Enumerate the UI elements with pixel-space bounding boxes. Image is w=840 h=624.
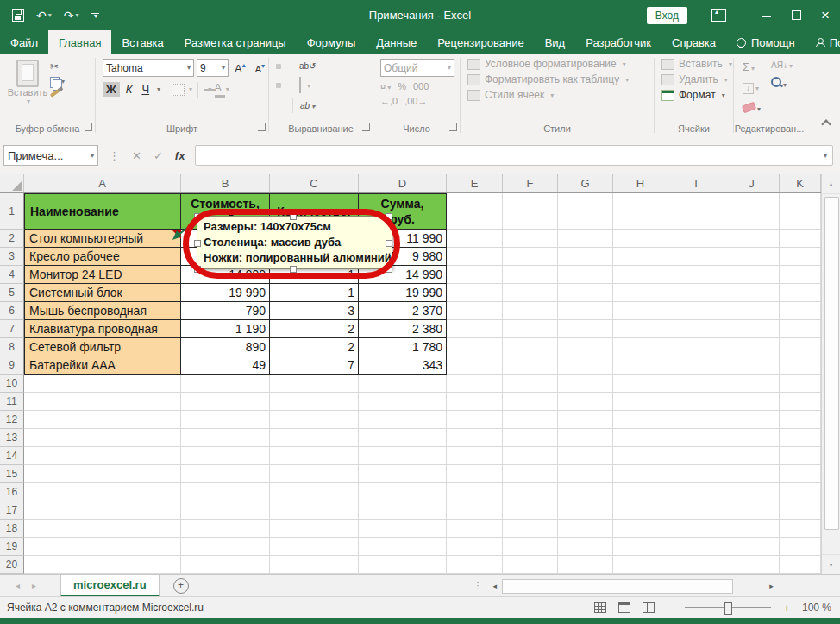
cell-C14[interactable] (270, 447, 359, 465)
cell-J15[interactable] (724, 465, 780, 483)
login-button[interactable]: Вход (647, 7, 687, 24)
cell-H8[interactable] (613, 338, 668, 356)
cell-K15[interactable] (780, 465, 821, 483)
cell-A16[interactable] (24, 483, 181, 501)
cell-F17[interactable] (503, 501, 558, 520)
cell-F8[interactable] (503, 338, 558, 356)
font-name-combo[interactable]: Tahoma▾ (103, 59, 194, 77)
tab-Рецензирование[interactable]: Рецензирование (427, 30, 534, 54)
cell-E16[interactable] (447, 483, 503, 501)
formula-input[interactable]: ▾ (195, 145, 833, 166)
cell-J16[interactable] (724, 483, 780, 501)
cell-K3[interactable] (780, 248, 821, 266)
cell-K5[interactable] (780, 284, 821, 302)
cell-K7[interactable] (780, 320, 821, 338)
cell-styles-button[interactable]: Стили ячеек▾ (467, 89, 654, 101)
cell-I14[interactable] (668, 447, 724, 465)
cell-I11[interactable] (668, 393, 724, 411)
cell-I3[interactable] (668, 248, 724, 266)
cell-G17[interactable] (558, 501, 613, 520)
cell-C9[interactable]: 7 (270, 356, 359, 375)
cell-C10[interactable] (270, 375, 359, 393)
cell-E11[interactable] (447, 393, 503, 411)
tab-Разработчик[interactable]: Разработчик (575, 30, 661, 54)
cell-J11[interactable] (724, 393, 780, 411)
redo-button[interactable]: ↷▾ (64, 9, 79, 22)
cell-H3[interactable] (613, 248, 668, 266)
cell-F4[interactable] (503, 266, 558, 284)
cell-H10[interactable] (613, 375, 668, 393)
clear-button[interactable]: ▾ (743, 99, 761, 115)
sheet-nav-right-icon[interactable]: ▸ (32, 581, 36, 590)
cell-E18[interactable] (447, 520, 503, 538)
cell-C16[interactable] (270, 483, 359, 501)
cell-J7[interactable] (724, 320, 780, 338)
cell-I16[interactable] (668, 483, 724, 501)
cell-B9[interactable]: 49 (181, 356, 270, 375)
cell-C11[interactable] (270, 393, 359, 411)
row-header-4[interactable]: 4 (0, 266, 24, 284)
cell-E4[interactable] (447, 266, 503, 284)
maximize-button[interactable] (781, 9, 811, 22)
cell-F10[interactable] (503, 375, 558, 393)
selection-handle[interactable] (194, 213, 201, 220)
cell-D11[interactable] (359, 393, 447, 411)
column-header-C[interactable]: C (270, 174, 359, 192)
format-button[interactable]: Формат▾ (661, 89, 733, 101)
cell-K19[interactable] (780, 538, 821, 556)
save-button[interactable] (12, 9, 24, 22)
cell-A18[interactable] (24, 520, 181, 538)
cell-G6[interactable] (558, 302, 613, 320)
cell-A12[interactable] (24, 411, 181, 429)
shrink-font-button[interactable]: А▾ (252, 61, 268, 75)
splitter-dots-icon[interactable]: ⋮ (473, 580, 483, 591)
row-header-20[interactable]: 20 (0, 556, 24, 574)
cell-C7[interactable]: 2 (270, 320, 359, 338)
column-header-H[interactable]: H (613, 174, 668, 192)
increase-decimal-button[interactable]: ←,0 (380, 96, 398, 106)
cell-J8[interactable] (724, 338, 780, 356)
cell-B7[interactable]: 1 190 (181, 320, 270, 338)
cell-H5[interactable] (613, 284, 668, 302)
cell-J12[interactable] (724, 411, 780, 429)
vertical-scrollbar[interactable]: ▴ ▾ (821, 174, 840, 574)
redo-dropdown-icon[interactable]: ▾ (75, 11, 78, 19)
cell-D10[interactable] (359, 375, 447, 393)
cell-H1[interactable] (613, 193, 668, 230)
cell-J10[interactable] (724, 375, 780, 393)
cell-J6[interactable] (724, 302, 780, 320)
cell-F12[interactable] (503, 411, 558, 429)
new-sheet-button[interactable]: + (173, 578, 189, 594)
cell-K18[interactable] (780, 520, 821, 538)
cell-A2[interactable]: Стол компьютерный (24, 230, 181, 248)
cell-K8[interactable] (780, 338, 821, 356)
selection-handle[interactable] (386, 266, 392, 273)
row-header-14[interactable]: 14 (0, 447, 24, 465)
cell-A4[interactable]: Монитор 24 LED (24, 266, 181, 284)
ribbon-display-options-icon[interactable] (711, 9, 726, 22)
column-header-K[interactable]: K (780, 174, 821, 192)
cell-D19[interactable] (359, 538, 447, 556)
font-color-dropdown-icon[interactable]: ▾ (226, 85, 229, 93)
cell-F3[interactable] (503, 248, 558, 266)
cell-G19[interactable] (558, 538, 613, 556)
row-header-2[interactable]: 2 (0, 230, 24, 248)
cell-J14[interactable] (724, 447, 780, 465)
zoom-out-button[interactable]: − (667, 602, 674, 615)
cell-G3[interactable] (558, 248, 613, 266)
row-header-18[interactable]: 18 (0, 520, 24, 538)
tab-Вставка[interactable]: Вставка (111, 30, 173, 54)
name-box-dropdown-icon[interactable]: ▾ (91, 152, 94, 160)
cell-D14[interactable] (359, 447, 447, 465)
merge-dropdown-icon[interactable]: ▾ (307, 82, 310, 90)
cell-F9[interactable] (503, 356, 558, 375)
number-dialog-launcher-icon[interactable] (449, 123, 457, 131)
column-header-A[interactable]: A (24, 174, 181, 192)
cell-D15[interactable] (359, 465, 447, 483)
cell-C8[interactable]: 2 (270, 338, 359, 356)
hscroll-right-button[interactable]: ▸ (769, 582, 774, 590)
cell-K1[interactable] (780, 193, 821, 230)
cell-B19[interactable] (181, 538, 270, 556)
cell-A5[interactable]: Системный блок (24, 284, 181, 302)
column-header-G[interactable]: G (558, 174, 613, 192)
